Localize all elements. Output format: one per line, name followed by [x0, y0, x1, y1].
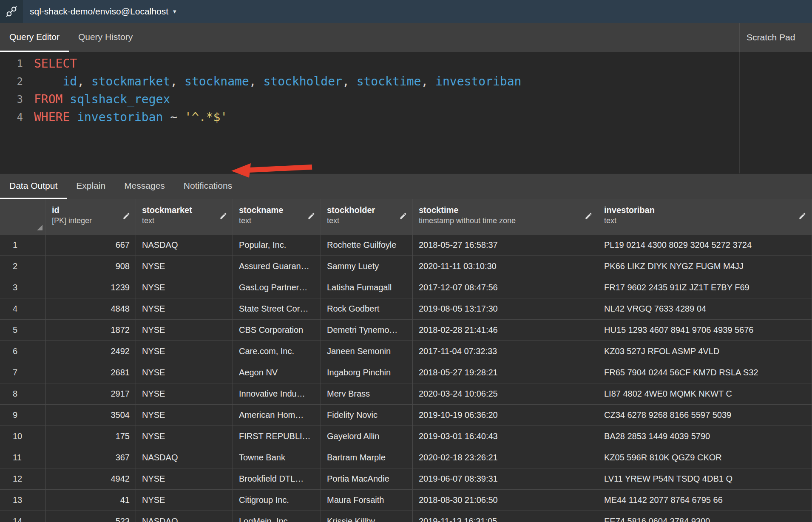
row-number-cell[interactable]: 12	[0, 468, 46, 490]
data-cell[interactable]: KZ05 596R 810K QGZ9 CKOR	[598, 447, 812, 468]
data-cell[interactable]: 367	[46, 447, 136, 468]
data-cell[interactable]: 2018-08-30 21:06:50	[413, 490, 598, 511]
row-number-cell[interactable]: 8	[0, 383, 46, 405]
data-cell[interactable]: 2020-11-11 03:10:30	[413, 256, 598, 277]
data-cell[interactable]: FR65 7904 0244 56CF KM7D RSLA S32	[598, 362, 812, 383]
data-cell[interactable]: Krissie Killby	[321, 511, 413, 522]
row-number-cell[interactable]: 3	[0, 277, 46, 298]
data-cell[interactable]: NYSE	[136, 277, 233, 298]
data-cell[interactable]: 2019-03-01 16:40:43	[413, 426, 598, 447]
data-cell[interactable]: NYSE	[136, 341, 233, 362]
data-cell[interactable]: 1872	[46, 320, 136, 341]
data-cell[interactable]: 2018-05-27 16:58:37	[413, 235, 598, 256]
code-line[interactable]: id, stockmarket, stockname, stockholder,…	[34, 73, 521, 91]
data-cell[interactable]: 3504	[46, 405, 136, 426]
data-cell[interactable]: Brookfield DTL…	[233, 468, 321, 490]
data-cell[interactable]: 2017-11-04 07:32:33	[413, 341, 598, 362]
data-cell[interactable]: 667	[46, 235, 136, 256]
edit-pencil-icon[interactable]	[122, 212, 131, 221]
column-header-stockmarket[interactable]: stockmarkettext	[136, 199, 233, 235]
data-cell[interactable]: 523	[46, 511, 136, 522]
select-all-corner[interactable]	[0, 199, 46, 235]
data-cell[interactable]: 2681	[46, 362, 136, 383]
data-cell[interactable]: NYSE	[136, 383, 233, 405]
code-line[interactable]: WHERE investoriban ~ '^.*$'	[34, 108, 521, 126]
data-cell[interactable]: 4848	[46, 298, 136, 320]
data-cell[interactable]: Care.com, Inc.	[233, 341, 321, 362]
data-cell[interactable]: LI87 4802 4WE0 MQMK NKWT C	[598, 383, 812, 405]
row-number-cell[interactable]: 7	[0, 362, 46, 383]
data-cell[interactable]: KZ03 527J RFOL ASMP 4VLD	[598, 341, 812, 362]
data-cell[interactable]: 2020-02-18 23:26:21	[413, 447, 598, 468]
column-header-stockholder[interactable]: stockholdertext	[321, 199, 413, 235]
data-cell[interactable]: NYSE	[136, 405, 233, 426]
data-cell[interactable]: Aegon NV	[233, 362, 321, 383]
column-header-stockname[interactable]: stocknametext	[233, 199, 321, 235]
data-cell[interactable]: NYSE	[136, 490, 233, 511]
row-number-cell[interactable]: 2	[0, 256, 46, 277]
edit-pencil-icon[interactable]	[399, 212, 407, 221]
data-cell[interactable]: Merv Brass	[321, 383, 413, 405]
data-cell[interactable]: Rochette Guilfoyle	[321, 235, 413, 256]
connection-selector[interactable]: sql-shack-demo/enviso@Localhost ▾	[30, 6, 176, 17]
data-cell[interactable]: NYSE	[136, 426, 233, 447]
row-number-cell[interactable]: 4	[0, 298, 46, 320]
data-cell[interactable]: Latisha Fumagall	[321, 277, 413, 298]
data-cell[interactable]: State Street Cor…	[233, 298, 321, 320]
column-header-id[interactable]: id[PK] integer	[46, 199, 136, 235]
data-cell[interactable]: BA28 2853 1449 4039 5790	[598, 426, 812, 447]
row-number-cell[interactable]: 6	[0, 341, 46, 362]
data-cell[interactable]: NYSE	[136, 256, 233, 277]
data-cell[interactable]: Popular, Inc.	[233, 235, 321, 256]
data-cell[interactable]: PK66 LIKZ DIYK NYGZ FUGM M4JJ	[598, 256, 812, 277]
data-cell[interactable]: Ingaborg Pinchin	[321, 362, 413, 383]
data-cell[interactable]: 2018-05-27 19:28:21	[413, 362, 598, 383]
data-cell[interactable]: NASDAQ	[136, 511, 233, 522]
data-cell[interactable]: 2019-08-05 13:17:30	[413, 298, 598, 320]
data-cell[interactable]: Innovative Indu…	[233, 383, 321, 405]
data-cell[interactable]: PL19 0214 4300 8029 3204 5272 3724	[598, 235, 812, 256]
data-cell[interactable]: 2018-02-28 21:41:46	[413, 320, 598, 341]
data-cell[interactable]: 2492	[46, 341, 136, 362]
tab-query-history[interactable]: Query History	[69, 23, 142, 52]
data-cell[interactable]: Janeen Semonin	[321, 341, 413, 362]
data-cell[interactable]: FR17 9602 2435 91IZ JZ1T E7BY F69	[598, 277, 812, 298]
data-cell[interactable]: 4942	[46, 468, 136, 490]
editor-code[interactable]: SELECT id, stockmarket, stockname, stock…	[34, 52, 521, 173]
data-cell[interactable]: 2917	[46, 383, 136, 405]
data-cell[interactable]: 175	[46, 426, 136, 447]
edit-pencil-icon[interactable]	[798, 212, 806, 221]
data-cell[interactable]: NYSE	[136, 320, 233, 341]
data-cell[interactable]: NYSE	[136, 468, 233, 490]
data-cell[interactable]: GasLog Partner…	[233, 277, 321, 298]
edit-pencil-icon[interactable]	[307, 212, 315, 221]
data-cell[interactable]: ME44 1142 2077 8764 6795 66	[598, 490, 812, 511]
row-number-cell[interactable]: 9	[0, 405, 46, 426]
edit-pencil-icon[interactable]	[219, 212, 227, 221]
data-cell[interactable]: 41	[46, 490, 136, 511]
data-cell[interactable]: 2019-10-19 06:36:20	[413, 405, 598, 426]
row-number-cell[interactable]: 11	[0, 447, 46, 468]
data-cell[interactable]: EE74 5816 0604 3784 9300	[598, 511, 812, 522]
data-cell[interactable]: American Hom…	[233, 405, 321, 426]
tab-data-output[interactable]: Data Output	[0, 174, 67, 199]
data-cell[interactable]: Gayelord Allin	[321, 426, 413, 447]
data-cell[interactable]: Sammy Luety	[321, 256, 413, 277]
data-cell[interactable]: Citigroup Inc.	[233, 490, 321, 511]
data-cell[interactable]: 1239	[46, 277, 136, 298]
data-cell[interactable]: Rock Godbert	[321, 298, 413, 320]
data-cell[interactable]: NL42 VRGQ 7633 4289 04	[598, 298, 812, 320]
data-cell[interactable]: Demetri Tynemo…	[321, 320, 413, 341]
data-cell[interactable]: Towne Bank	[233, 447, 321, 468]
data-cell[interactable]: Bartram Marple	[321, 447, 413, 468]
data-cell[interactable]: CZ34 6278 9268 8166 5597 5039	[598, 405, 812, 426]
data-cell[interactable]: HU15 1293 4607 8941 9706 4939 5676	[598, 320, 812, 341]
data-cell[interactable]: 2020-03-24 10:06:25	[413, 383, 598, 405]
data-cell[interactable]: Portia MacAndie	[321, 468, 413, 490]
tab-explain[interactable]: Explain	[67, 174, 115, 199]
data-cell[interactable]: LogMein, Inc.	[233, 511, 321, 522]
data-cell[interactable]: 908	[46, 256, 136, 277]
edit-pencil-icon[interactable]	[585, 212, 593, 221]
tab-query-editor[interactable]: Query Editor	[0, 23, 69, 52]
code-line[interactable]: FROM sqlshack_regex	[34, 91, 521, 108]
